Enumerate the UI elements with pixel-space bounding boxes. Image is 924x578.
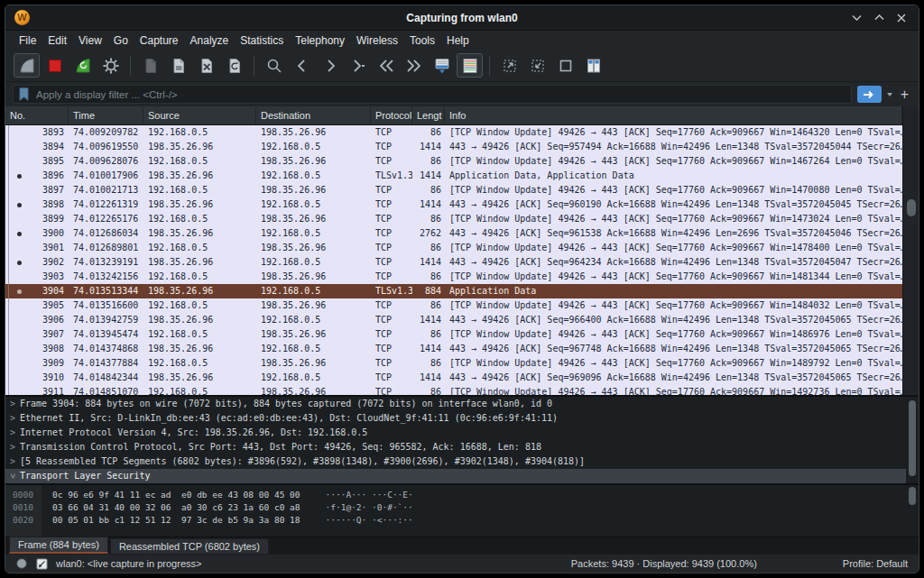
column-header-time[interactable]: Time <box>69 106 143 124</box>
detail-line[interactable]: >Frame 3904: 884 bytes on wire (7072 bit… <box>5 397 906 411</box>
menu-telephony[interactable]: Telephony <box>291 32 349 49</box>
restart-capture-button[interactable] <box>69 53 96 78</box>
detail-line[interactable]: >[5 Reassembled TCP Segments (6802 bytes… <box>5 454 906 469</box>
expert-info-icon[interactable] <box>16 558 27 569</box>
details-scrollbar[interactable] <box>906 397 919 483</box>
close-button[interactable] <box>893 10 910 26</box>
cell-dst: 198.35.26.96 <box>256 125 371 140</box>
expander-icon[interactable]: > <box>5 440 20 454</box>
menu-edit[interactable]: Edit <box>43 32 71 49</box>
column-header-no[interactable]: No. <box>5 106 69 124</box>
scrollbar-thumb[interactable] <box>909 487 916 505</box>
apply-filter-button[interactable] <box>857 86 882 103</box>
hex-bytes: 0c 96 e6 9f 41 11 ec ad e0 db ee 43 08 0… <box>42 489 300 501</box>
cell-info: [TCP Window Update] 49426 → 443 [ACK] Se… <box>445 356 902 371</box>
packet-row[interactable]: 390574.013516600192.168.0.5198.35.26.96T… <box>5 298 902 313</box>
stop-capture-button[interactable] <box>42 53 68 78</box>
expander-icon[interactable]: > <box>5 469 20 483</box>
zoom-out-button[interactable] <box>524 53 550 78</box>
go-last-packet-button[interactable] <box>401 53 427 78</box>
packet-row[interactable]: 390974.014377884192.168.0.5198.35.26.96T… <box>5 356 902 371</box>
expander-icon[interactable]: > <box>5 411 20 426</box>
resize-columns-button[interactable] <box>580 53 606 78</box>
detail-line[interactable]: >Transport Layer Security <box>5 469 906 483</box>
column-header-info[interactable]: Info <box>445 106 902 124</box>
start-capture-button[interactable] <box>14 53 40 78</box>
add-filter-button[interactable]: + <box>898 87 911 102</box>
close-capture-file-button[interactable] <box>193 53 219 78</box>
packet-row[interactable]: 390374.013242156192.168.0.5198.35.26.96T… <box>5 270 902 284</box>
hex-row[interactable]: 00000c 96 e6 9f 41 11 ec ad e0 db ee 43 … <box>5 489 906 501</box>
hex-row[interactable]: 002000 05 01 bb c1 12 51 12 97 3c de b5 … <box>5 514 906 527</box>
detail-line[interactable]: >Internet Protocol Version 4, Src: 198.3… <box>5 426 906 440</box>
cell-len: 1414 <box>412 255 445 270</box>
packet-row[interactable]: 390474.013513344198.35.26.96192.168.0.5T… <box>5 284 902 298</box>
menu-view[interactable]: View <box>74 32 106 49</box>
go-forward-button[interactable] <box>317 53 343 78</box>
zoom-original-button[interactable] <box>552 53 578 78</box>
menu-statistics[interactable]: Statistics <box>236 32 288 49</box>
find-packet-button[interactable] <box>261 53 287 78</box>
packet-row[interactable]: 391174.014851070192.168.0.5198.35.26.96T… <box>5 385 902 395</box>
packet-row[interactable]: 389574.009628076192.168.0.5198.35.26.96T… <box>5 154 902 169</box>
packet-row[interactable]: 389774.010021713192.168.0.5198.35.26.96T… <box>5 183 902 197</box>
maximize-button[interactable] <box>871 10 887 26</box>
display-filter-input[interactable]: Apply a display filter ... <Ctrl-/> <box>13 85 852 104</box>
packet-row[interactable]: 390674.013942759198.35.26.96192.168.0.5T… <box>5 313 902 327</box>
cell-src: 192.168.0.5 <box>143 212 256 226</box>
cell-no: 3910 <box>5 371 69 385</box>
save-capture-file-button[interactable] <box>165 53 191 78</box>
column-header-length[interactable]: Lengt <box>412 106 445 124</box>
column-header-source[interactable]: Source <box>143 106 256 124</box>
cell-info: 443 → 49426 [ACK] Seq=964234 Ack=16688 W… <box>445 255 902 270</box>
menu-go[interactable]: Go <box>109 32 133 49</box>
detail-line[interactable]: >Ethernet II, Src: D-LinkIn_db:ee:43 (ec… <box>5 411 906 426</box>
column-header-destination[interactable]: Destination <box>256 106 371 124</box>
go-first-packet-button[interactable] <box>373 53 399 78</box>
expander-icon[interactable]: > <box>5 397 20 411</box>
packet-row[interactable]: 389374.009209782192.168.0.5198.35.26.96T… <box>5 125 902 140</box>
packet-row[interactable]: 390874.014374868198.35.26.96192.168.0.5T… <box>5 342 902 356</box>
column-header-protocol[interactable]: Protocol <box>371 106 412 124</box>
detail-line[interactable]: >Transmission Control Protocol, Src Port… <box>5 440 906 454</box>
minimize-button[interactable] <box>848 10 864 26</box>
go-back-button[interactable] <box>289 53 315 78</box>
packet-row[interactable]: 390274.013239191198.35.26.96192.168.0.5T… <box>5 255 902 270</box>
reload-capture-file-button[interactable] <box>221 53 247 78</box>
bytes-scrollbar[interactable] <box>906 485 919 537</box>
packet-row[interactable]: 389874.012261319198.35.26.96192.168.0.5T… <box>5 197 902 212</box>
magnifier-icon <box>265 57 283 75</box>
packet-row[interactable]: 390174.012689801192.168.0.5198.35.26.96T… <box>5 241 902 255</box>
menu-file[interactable]: File <box>14 32 41 49</box>
packet-row[interactable]: 389674.010017906198.35.26.96192.168.0.5T… <box>5 169 902 183</box>
scrollbar-thumb[interactable] <box>907 199 916 216</box>
auto-scroll-icon <box>433 57 451 75</box>
menu-wireless[interactable]: Wireless <box>352 32 402 49</box>
packet-row[interactable]: 391074.014842344198.35.26.96192.168.0.5T… <box>5 371 902 385</box>
menu-analyze[interactable]: Analyze <box>186 32 234 49</box>
capture-options-button[interactable] <box>97 53 124 78</box>
scrollbar-thumb[interactable] <box>909 400 916 476</box>
go-to-packet-button[interactable] <box>345 53 371 78</box>
hex-row[interactable]: 001003 66 04 31 40 00 32 06 a0 30 c6 23 … <box>5 501 906 514</box>
packet-row[interactable]: 390074.012686034198.35.26.96192.168.0.5T… <box>5 226 902 241</box>
auto-scroll-toggle-button[interactable] <box>429 53 455 78</box>
capture-comment-icon[interactable] <box>36 558 48 570</box>
expander-icon[interactable]: > <box>5 454 20 469</box>
byte-tab[interactable]: Reassembled TCP (6802 bytes) <box>110 538 269 554</box>
packet-list-scrollbar[interactable] <box>902 106 919 395</box>
menu-tools[interactable]: Tools <box>405 32 439 49</box>
byte-tab[interactable]: Frame (884 bytes) <box>9 537 108 554</box>
packet-row[interactable]: 389974.012265176192.168.0.5198.35.26.96T… <box>5 212 902 226</box>
zoom-in-button[interactable] <box>496 53 522 78</box>
menu-capture[interactable]: Capture <box>135 32 183 49</box>
expander-icon[interactable]: > <box>5 426 20 440</box>
colorize-packets-button[interactable] <box>457 53 483 78</box>
menu-help[interactable]: Help <box>442 32 474 49</box>
open-capture-file-button[interactable] <box>137 53 163 78</box>
packet-row[interactable]: 390774.013945474192.168.0.5198.35.26.96T… <box>5 327 902 342</box>
filter-dropdown-caret-icon[interactable] <box>887 93 892 96</box>
packet-row[interactable]: 389474.009619550198.35.26.96192.168.0.5T… <box>5 140 902 154</box>
profile-text[interactable]: Profile: Default <box>843 558 908 569</box>
hex-ascii: ····A··· ···C··E· <box>300 489 413 501</box>
